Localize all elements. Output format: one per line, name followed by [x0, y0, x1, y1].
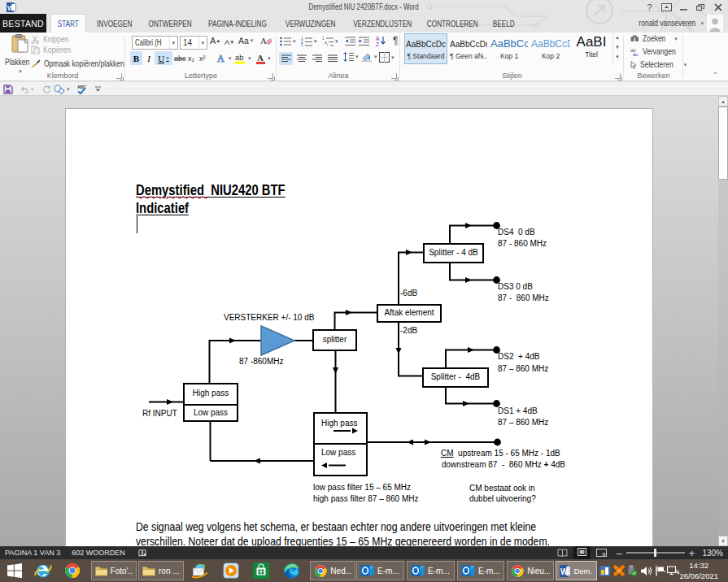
copy-button[interactable]: Kopiëren: [31, 46, 76, 54]
font-dialog-launcher[interactable]: [268, 73, 273, 79]
style-titel[interactable]: AaBI Titel: [573, 33, 609, 64]
cut-button[interactable]: Knippen: [31, 35, 73, 44]
style-kop2[interactable]: AaBbCcD Kop 2: [531, 33, 570, 64]
taskbar-window-chrome-ned[interactable]: Ned...: [310, 561, 355, 580]
style-geen-afstand[interactable]: AaBbCcDc ¶ Geen afs...: [450, 33, 487, 64]
tab-start[interactable]: START: [50, 14, 86, 33]
styles-gallery-more-button[interactable]: ▼: [615, 54, 620, 59]
increase-indent-button[interactable]: [359, 37, 369, 46]
taskbar-window-fotos[interactable]: Foto'...: [91, 561, 137, 580]
help-button[interactable]: ?: [641, 0, 658, 14]
font-color-button[interactable]: A ▾: [256, 51, 271, 65]
tab-beeld[interactable]: BEELD: [486, 14, 522, 33]
tray-security-icon[interactable]: [626, 561, 638, 580]
justify-button[interactable]: [325, 52, 339, 65]
tray-network-icon[interactable]: [667, 561, 679, 580]
start-button[interactable]: [5, 561, 24, 580]
tab-invoegen[interactable]: INVOEGEN: [89, 14, 140, 33]
tab-verzendlijsten[interactable]: VERZENDLIJSTEN: [347, 14, 418, 33]
document-page[interactable]: Demystified NIU2420 BTF Indicatief: [65, 108, 653, 546]
line-spacing-button[interactable]: ▾: [343, 52, 359, 62]
taskbar-window-outlook-2[interactable]: E-m...: [407, 561, 455, 580]
style-standaard[interactable]: AaBbCcDc ¶ Standaard: [404, 33, 447, 64]
redo-button[interactable]: [42, 84, 51, 94]
font-family-combo[interactable]: Calibri (Hoof ▾: [132, 36, 178, 50]
font-size-combo[interactable]: 14 ▾: [180, 36, 207, 50]
minimize-button[interactable]: [675, 0, 692, 14]
restore-button[interactable]: [692, 0, 709, 14]
zoom-level[interactable]: 130%: [702, 549, 723, 558]
align-right-button[interactable]: [310, 52, 324, 65]
taskbar-edge[interactable]: [281, 561, 302, 580]
taskbar-live-mail[interactable]: [189, 561, 210, 580]
vertical-scrollbar[interactable]: ▲ ▼: [718, 96, 728, 546]
tab-controleren[interactable]: CONTROLEREN: [421, 14, 484, 33]
text-effects-button[interactable]: A ▾: [216, 51, 232, 65]
styles-gallery-up-button[interactable]: ▲: [615, 35, 620, 40]
zoom-in-button[interactable]: +: [689, 547, 695, 559]
format-painter-button[interactable]: Opmaak kopiëren/plakken: [31, 59, 138, 68]
zoom-slider[interactable]: [626, 552, 685, 554]
multilevel-list-button[interactable]: 1ai ▾: [322, 37, 338, 46]
borders-button[interactable]: ▾: [379, 52, 395, 63]
taskbar-window-word[interactable]: W Dem...: [556, 561, 597, 580]
save-button[interactable]: [3, 84, 13, 94]
show-formatting-button[interactable]: ¶: [393, 35, 398, 46]
tab-bestand[interactable]: BESTAND: [0, 14, 46, 33]
styles-gallery-down-button[interactable]: ▼: [615, 45, 620, 50]
clear-formatting-button[interactable]: A: [260, 36, 272, 46]
read-mode-button[interactable]: [557, 549, 568, 557]
account-area[interactable]: ronald vanseveren ▾: [629, 14, 723, 33]
collapse-ribbon-button[interactable]: ⌃: [713, 72, 718, 79]
web-layout-button[interactable]: [596, 549, 607, 557]
tab-ontwerpen[interactable]: ONTWERPEN: [142, 14, 199, 33]
highlight-button[interactable]: ab ▾: [235, 51, 251, 65]
zoom-out-button[interactable]: –: [617, 547, 622, 559]
taskbar-media-player[interactable]: [220, 561, 242, 580]
shrink-font-button[interactable]: A▼: [225, 37, 234, 46]
bold-button[interactable]: B: [130, 51, 142, 65]
taskbar-window-chrome-nieu[interactable]: Nieu...: [507, 561, 554, 580]
clipboard-dialog-launcher[interactable]: [116, 73, 122, 79]
tray-volume-icon[interactable]: [641, 561, 652, 580]
word-count[interactable]: 602 WOORDEN: [72, 549, 125, 557]
shading-button[interactable]: ▾: [361, 52, 377, 62]
spelling-grammar-button[interactable]: ABC: [77, 84, 87, 94]
taskbar-clock[interactable]: 14:32 26/06/2021: [679, 560, 718, 581]
tray-app-icon[interactable]: [599, 561, 610, 580]
grow-font-button[interactable]: A▲: [210, 36, 220, 46]
taskbar-internet-explorer[interactable]: [33, 561, 54, 580]
decrease-indent-button[interactable]: [345, 37, 355, 46]
bullets-button[interactable]: ▾: [280, 37, 296, 46]
paragraph-dialog-launcher[interactable]: [391, 73, 397, 79]
find-button[interactable]: Zoeken ▾: [630, 34, 678, 43]
select-button[interactable]: Selecteren ▾: [630, 60, 687, 69]
print-layout-button[interactable]: [573, 546, 591, 559]
undo-button[interactable]: ▾: [20, 84, 34, 94]
tab-pagina-indeling[interactable]: PAGINA-INDELING: [200, 14, 274, 33]
ribbon-display-options-button[interactable]: [658, 0, 675, 14]
taskbar-store[interactable]: [251, 561, 272, 580]
tray-action-center-icon[interactable]: [654, 561, 665, 580]
tab-verwijzingen[interactable]: VERWIJZINGEN: [276, 14, 346, 33]
italic-button[interactable]: I: [144, 51, 154, 65]
sort-button[interactable]: A Z: [376, 36, 386, 46]
draw-shapes-button[interactable]: ▾: [54, 84, 70, 94]
underline-button[interactable]: U▾: [155, 51, 172, 65]
superscript-button[interactable]: x²: [199, 51, 206, 65]
zoom-slider-thumb[interactable]: [654, 549, 656, 557]
scroll-up-button[interactable]: ▲: [718, 96, 728, 106]
page-indicator[interactable]: PAGINA 1 VAN 3: [5, 549, 60, 557]
subscript-button[interactable]: x₂: [188, 51, 194, 65]
change-case-button[interactable]: Aa▾: [238, 36, 253, 46]
taskbar-window-outlook-1[interactable]: E-m...: [356, 561, 404, 580]
taskbar-chrome[interactable]: [62, 561, 83, 580]
align-center-button[interactable]: [294, 52, 308, 65]
align-left-button[interactable]: [279, 52, 293, 65]
styles-dialog-launcher[interactable]: [615, 73, 621, 79]
close-button[interactable]: [709, 0, 726, 14]
scrollbar-thumb[interactable]: [718, 106, 728, 180]
replace-button[interactable]: ab ac Vervangen: [630, 47, 682, 56]
taskbar-window-outlook-3[interactable]: E-m...: [457, 561, 504, 580]
style-kop1[interactable]: AaBbCc Kop 1: [490, 33, 528, 64]
